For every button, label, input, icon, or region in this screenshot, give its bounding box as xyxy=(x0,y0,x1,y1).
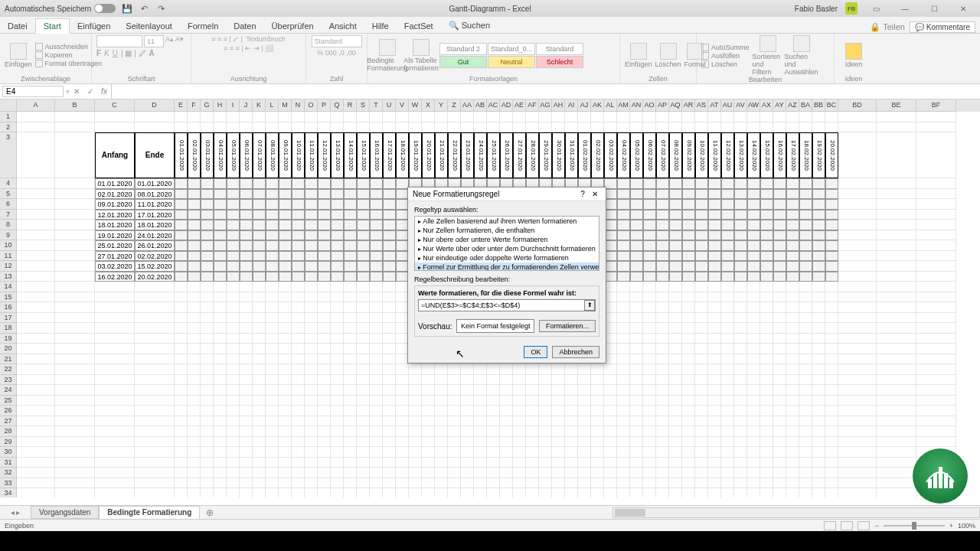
cell[interactable] xyxy=(55,292,95,303)
cell[interactable] xyxy=(370,458,383,468)
cell[interactable] xyxy=(656,344,669,354)
cell[interactable] xyxy=(240,426,253,437)
cell[interactable] xyxy=(812,230,825,241)
cell[interactable] xyxy=(812,178,825,189)
cell[interactable] xyxy=(253,426,266,437)
cell[interactable] xyxy=(370,375,383,386)
cell[interactable] xyxy=(591,112,604,122)
cell[interactable] xyxy=(513,488,526,497)
cell[interactable] xyxy=(877,344,916,354)
cell[interactable] xyxy=(227,292,240,303)
col-header[interactable]: AT xyxy=(708,99,721,112)
cell[interactable] xyxy=(786,406,799,416)
cell[interactable] xyxy=(292,354,305,365)
cell[interactable] xyxy=(500,416,513,427)
cell[interactable]: 26.01.2020 xyxy=(500,132,513,178)
cell[interactable] xyxy=(17,230,55,241)
cell[interactable] xyxy=(825,292,838,303)
cell[interactable] xyxy=(318,426,331,437)
cell[interactable] xyxy=(370,334,383,344)
cell[interactable] xyxy=(578,416,591,427)
rule-type-list[interactable]: Alle Zellen basierend auf ihren Werten f… xyxy=(414,216,599,271)
cell[interactable] xyxy=(17,396,55,406)
cell[interactable] xyxy=(695,488,708,497)
col-header[interactable]: AN xyxy=(630,99,643,112)
cell[interactable] xyxy=(305,122,318,133)
col-header[interactable]: I xyxy=(227,99,240,112)
cell[interactable] xyxy=(357,396,370,406)
cell[interactable] xyxy=(240,251,253,262)
cell[interactable] xyxy=(747,261,760,272)
cell[interactable] xyxy=(331,220,344,230)
cell[interactable] xyxy=(240,261,253,272)
tab-seitenlayout[interactable]: Seitenlayout xyxy=(118,19,180,33)
cell[interactable]: 06.02.2020 xyxy=(643,132,656,178)
row-header[interactable]: 34 xyxy=(0,488,17,497)
cell[interactable] xyxy=(799,375,812,386)
cell[interactable]: Ende xyxy=(135,132,175,178)
cell[interactable] xyxy=(695,210,708,220)
cell[interactable] xyxy=(227,261,240,272)
cell[interactable] xyxy=(55,447,95,458)
cell[interactable] xyxy=(461,122,474,133)
cell[interactable] xyxy=(721,396,734,406)
cell[interactable] xyxy=(383,220,396,230)
cell[interactable] xyxy=(266,272,279,282)
cell[interactable] xyxy=(396,468,409,478)
cell[interactable] xyxy=(812,292,825,303)
cell[interactable] xyxy=(188,220,201,230)
cell[interactable] xyxy=(370,364,383,375)
cell[interactable] xyxy=(188,447,201,458)
cell[interactable] xyxy=(175,282,188,292)
cell[interactable] xyxy=(175,426,188,437)
cell[interactable] xyxy=(305,426,318,437)
cell[interactable] xyxy=(292,292,305,303)
cell[interactable] xyxy=(669,458,682,468)
cell[interactable] xyxy=(552,468,565,478)
cell[interactable] xyxy=(95,334,135,344)
row-header[interactable]: 27 xyxy=(0,416,17,427)
cell[interactable] xyxy=(331,199,344,210)
cell[interactable] xyxy=(95,122,135,133)
cell[interactable] xyxy=(240,488,253,497)
cell[interactable] xyxy=(344,313,357,324)
cell[interactable] xyxy=(838,354,877,365)
cell[interactable] xyxy=(448,112,461,122)
cell[interactable] xyxy=(279,112,292,122)
cell[interactable] xyxy=(747,302,760,313)
cell[interactable] xyxy=(721,313,734,324)
cell[interactable] xyxy=(292,478,305,489)
cell[interactable] xyxy=(500,458,513,468)
cell[interactable] xyxy=(409,122,422,133)
cell[interactable] xyxy=(786,385,799,396)
cell[interactable] xyxy=(825,458,838,468)
cell[interactable] xyxy=(565,396,578,406)
cell[interactable] xyxy=(201,385,214,396)
cell[interactable] xyxy=(55,282,95,292)
cell[interactable] xyxy=(695,122,708,133)
cell[interactable] xyxy=(487,437,500,448)
cell[interactable] xyxy=(734,385,747,396)
cell[interactable] xyxy=(227,272,240,282)
cell[interactable]: 10.01.2020 xyxy=(292,132,305,178)
cell[interactable] xyxy=(708,468,721,478)
cell[interactable] xyxy=(721,210,734,220)
cell[interactable] xyxy=(214,178,227,189)
row-header[interactable]: 12 xyxy=(0,261,17,272)
cell[interactable] xyxy=(344,122,357,133)
cell[interactable] xyxy=(773,323,786,334)
share-button[interactable]: 🔒 Teilen xyxy=(870,22,905,32)
cell[interactable] xyxy=(55,458,95,468)
cell[interactable] xyxy=(773,406,786,416)
cell[interactable] xyxy=(799,447,812,458)
cell[interactable]: 12.01.2020 xyxy=(318,132,331,178)
cell[interactable] xyxy=(318,189,331,200)
cell[interactable] xyxy=(760,178,773,189)
cell[interactable]: 22.01.2020 xyxy=(448,132,461,178)
cell[interactable]: 11.01.2020 xyxy=(135,199,175,210)
cell[interactable] xyxy=(370,406,383,416)
cell[interactable] xyxy=(825,230,838,241)
cell[interactable] xyxy=(708,488,721,497)
cell[interactable] xyxy=(721,189,734,200)
cell[interactable] xyxy=(370,385,383,396)
